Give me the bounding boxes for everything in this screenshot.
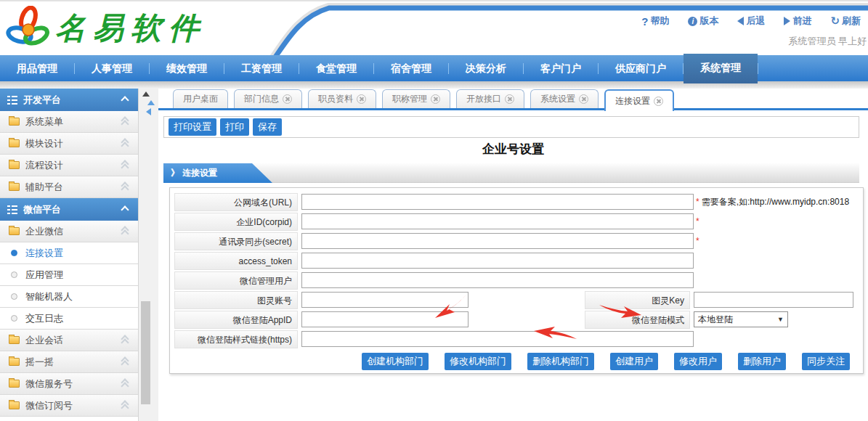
sync-follow-button[interactable]: 同步关注 <box>802 353 850 370</box>
chevron-up-icon <box>122 97 128 103</box>
delete-org-dept-button[interactable]: 删除机构部门 <box>527 353 594 370</box>
field-label: 微信登陆样式链接(https) <box>174 330 298 348</box>
collapse-left-icon[interactable] <box>146 108 151 115</box>
form-row-access-token: access_token <box>174 251 863 270</box>
access-token-input[interactable] <box>301 253 694 269</box>
tab-open-api[interactable]: 开放接口 <box>456 89 524 108</box>
nav-item-salary[interactable]: 工资管理 <box>224 55 299 81</box>
field-label: 企业ID(corpid) <box>174 213 298 231</box>
user-greeting: 系统管理员 早上好 <box>788 35 867 48</box>
modify-user-button[interactable]: 修改用户 <box>674 353 722 370</box>
nav-item-system-management[interactable]: 系统管理 <box>684 54 758 83</box>
wechat-login-appid-input[interactable] <box>301 311 469 327</box>
nav-item-supplies[interactable]: 用品管理 <box>0 55 74 81</box>
sidebar-group-wechat-platform[interactable]: 微信平台 <box>0 198 138 221</box>
wechat-login-mode-select[interactable]: 本地登陆 ▼ <box>694 311 788 327</box>
sidebar-item-process-design[interactable]: 流程设计 <box>0 155 138 176</box>
scroll-up-icon[interactable] <box>147 100 155 105</box>
tab-staff-profile[interactable]: 职员资料 <box>308 89 376 108</box>
print-settings-button[interactable]: 打印设置 <box>169 118 216 136</box>
folder-icon <box>9 118 20 126</box>
tab-system-settings[interactable]: 系统设置 <box>530 89 599 108</box>
save-button[interactable]: 保存 <box>253 118 282 136</box>
wechat-admin-input[interactable] <box>301 272 694 288</box>
wechat-login-style-link-input[interactable] <box>301 331 694 347</box>
sidebar-item-shake[interactable]: 摇一摇 <box>0 351 138 373</box>
sidebar-item-wechat-service[interactable]: 微信服务号 <box>0 373 138 395</box>
back-link[interactable]: 后退 <box>737 15 765 28</box>
sidebar-item-connection-settings[interactable]: 连接设置 <box>0 242 138 264</box>
back-icon <box>737 17 744 25</box>
field-label: 微信管理用户 <box>174 271 298 290</box>
sidebar-item-enterprise-wechat[interactable]: 企业微信 <box>0 221 138 242</box>
nav-item-supplier-portal[interactable]: 供应商门户 <box>599 55 683 81</box>
close-icon[interactable] <box>579 94 588 104</box>
sidebar-item-aux-platform[interactable]: 辅助平台 <box>0 176 138 198</box>
nav-item-analysis[interactable]: 决策分析 <box>449 55 523 81</box>
section-arrow-icon: 》 <box>171 168 179 178</box>
secret-input[interactable] <box>301 233 694 249</box>
folder-icon <box>9 380 20 388</box>
sidebar-item-smart-robot[interactable]: 智能机器人 <box>0 286 138 308</box>
sidebar-item-wechat-subscription[interactable]: 微信订阅号 <box>0 395 138 417</box>
corpid-input[interactable] <box>301 213 694 229</box>
sidebar-group-dev-platform[interactable]: 开发平台 <box>0 89 138 111</box>
sidebar-item-interaction-log[interactable]: 交互日志 <box>0 308 138 330</box>
sidebar: 开发平台 系统菜单 模块设计 流程设计 辅助平台 微信平台 企业微信 连接设置 … <box>0 89 138 421</box>
field-label: 图灵账号 <box>174 291 298 309</box>
sidebar-item-module-design[interactable]: 模块设计 <box>0 133 138 155</box>
top-navigation: 用品管理 人事管理 绩效管理 工资管理 食堂管理 宿舍管理 决策分析 客户门户 … <box>0 55 868 81</box>
version-link[interactable]: i 版本 <box>688 15 718 28</box>
delete-user-button[interactable]: 删除用户 <box>738 353 786 370</box>
close-icon[interactable] <box>431 94 440 104</box>
turing-key-input[interactable] <box>694 292 853 308</box>
print-button[interactable]: 打印 <box>220 118 249 136</box>
app-logo: 名易软件 <box>6 6 206 51</box>
question-icon: ? <box>641 15 648 28</box>
required-star: * <box>696 236 699 246</box>
close-icon[interactable] <box>283 94 292 104</box>
tab-title-management[interactable]: 职称管理 <box>382 89 450 108</box>
nav-item-dormitory[interactable]: 宿舍管理 <box>374 55 448 81</box>
double-chevron-up-icon <box>122 335 129 345</box>
field-label: access_token <box>174 252 298 270</box>
menu-list-icon <box>7 205 17 214</box>
sidebar-item-app-management[interactable]: 应用管理 <box>0 264 138 286</box>
nav-item-hr[interactable]: 人事管理 <box>75 55 149 81</box>
close-icon[interactable] <box>654 97 663 106</box>
public-url-input[interactable] <box>301 194 694 210</box>
folder-icon <box>9 401 20 409</box>
header-links: ? 帮助 i 版本 后退 前进 ↻ 刷新 <box>641 15 861 28</box>
field-label: 微信登陆AppID <box>174 311 298 329</box>
bullet-icon <box>11 315 17 322</box>
sidebar-gutter <box>138 89 158 421</box>
tab-department-info[interactable]: 部门信息 <box>234 89 302 108</box>
info-icon: i <box>688 17 697 26</box>
sidebar-scrollbar-thumb[interactable] <box>141 301 150 404</box>
nav-item-performance[interactable]: 绩效管理 <box>150 55 224 81</box>
double-chevron-up-icon <box>122 379 129 388</box>
nav-item-canteen[interactable]: 食堂管理 <box>299 55 373 81</box>
folder-icon <box>9 183 20 191</box>
sidebar-item-enterprise-session[interactable]: 企业会话 <box>0 330 138 351</box>
turing-account-input[interactable] <box>301 292 469 308</box>
close-icon[interactable] <box>505 94 514 104</box>
scroll-top-icon[interactable] <box>142 91 150 97</box>
close-icon[interactable] <box>357 94 366 104</box>
folder-icon <box>9 358 20 366</box>
chevron-down-icon: ▼ <box>777 316 784 323</box>
create-user-button[interactable]: 创建用户 <box>610 353 658 370</box>
nav-item-customer-portal[interactable]: 客户门户 <box>524 55 598 81</box>
forward-link[interactable]: 前进 <box>784 15 811 28</box>
sidebar-item-system-menu[interactable]: 系统菜单 <box>0 111 138 133</box>
refresh-link[interactable]: ↻ 刷新 <box>830 15 861 28</box>
double-chevron-up-icon <box>122 160 129 170</box>
form-row-corpid: 企业ID(corpid) * <box>174 212 863 231</box>
help-link[interactable]: ? 帮助 <box>641 15 669 28</box>
tab-connection-settings[interactable]: 连接设置 <box>604 89 674 111</box>
form-row-public-url: 公网域名(URL) *需要备案,如:http://www.myidp.cn:80… <box>174 192 863 211</box>
create-org-dept-button[interactable]: 创建机构部门 <box>362 353 429 370</box>
modify-org-dept-button[interactable]: 修改机构部门 <box>445 353 511 370</box>
tab-user-desktop[interactable]: 用户桌面 <box>173 89 228 108</box>
logo-text: 名易软件 <box>55 8 206 49</box>
